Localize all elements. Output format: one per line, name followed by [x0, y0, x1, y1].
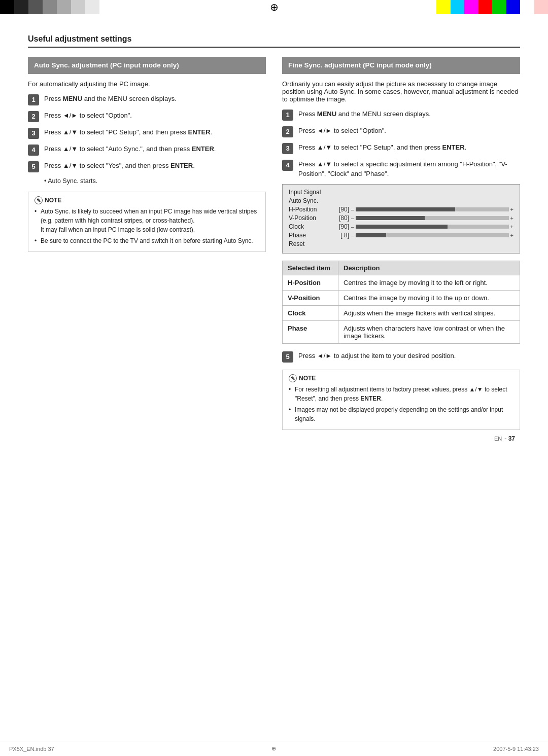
swatch-green	[492, 0, 506, 14]
table-desc-clock: Adjusts when the image flickers with ver…	[338, 305, 520, 320]
right-step-text-4: Press ▲/▼ to select a specific adjustmen…	[298, 159, 520, 179]
left-note-list: Auto Sync. is likely to succeed when an …	[35, 207, 259, 245]
footer-right: 2007-5-9 11:43:23	[493, 746, 539, 752]
note-icon-left: ✎	[35, 196, 43, 204]
table-row: Phase Adjusts when characters have low c…	[283, 320, 520, 343]
step-num-5: 5	[28, 161, 39, 172]
table-item-v-position: V-Position	[283, 290, 338, 305]
right-step-num-3: 3	[282, 143, 293, 154]
left-color-swatches	[0, 0, 112, 14]
osd-row-auto-sync: Auto Sync.	[289, 197, 513, 204]
swatch-mid	[28, 0, 43, 14]
table-row: H-Position Centres the image by moving i…	[283, 275, 520, 290]
footer-left: PX5X_EN.indb 37	[9, 746, 54, 752]
crosshair-icon: ⊕	[270, 1, 279, 13]
swatch-magenta	[464, 0, 478, 14]
page-number-dash: -	[504, 435, 506, 442]
step-text-2: Press ◄/► to select "Option".	[44, 111, 132, 121]
right-note-item-1: For resetting all adjustment items to fa…	[289, 385, 513, 403]
osd-row-reset: Reset	[289, 240, 513, 247]
swatch-yellow	[436, 0, 451, 14]
footer-bar: PX5X_EN.indb 37 ⊕ 2007-5-9 11:43:23	[0, 741, 548, 756]
right-color-swatches	[436, 0, 548, 14]
table-desc-v-position: Centres the image by moving it to the up…	[338, 290, 520, 305]
left-note-header: ✎ NOTE	[35, 196, 259, 204]
step5-sub: Auto Sync. starts.	[44, 177, 266, 185]
swatch-white	[85, 0, 99, 14]
step-num-1: 1	[28, 94, 39, 105]
right-intro: Ordinarily you can easily adjust the pic…	[282, 80, 520, 103]
left-step-5: 5 Press ▲/▼ to select "Yes", and then pr…	[28, 161, 266, 172]
left-note-item-1: Auto Sync. is likely to succeed when an …	[35, 207, 259, 234]
osd-row-v-position: V-Position [80] – +	[289, 214, 513, 222]
step-num-3: 3	[28, 128, 39, 139]
left-intro: For automatically adjusting the PC image…	[28, 80, 266, 88]
swatch-light	[43, 0, 57, 14]
right-note-header: ✎ NOTE	[289, 374, 513, 382]
right-step-text-5: Press ◄/► to adjust the item to your des…	[298, 351, 456, 361]
section-title: Useful adjustment settings	[28, 34, 520, 48]
left-box-header: Auto Sync. adjustment (PC input mode onl…	[28, 57, 266, 74]
table-row: Clock Adjusts when the image flickers wi…	[283, 305, 520, 320]
left-note-item-2: Be sure to connect the PC to the TV and …	[35, 236, 259, 245]
two-column-layout: Auto Sync. adjustment (PC input mode onl…	[28, 57, 520, 430]
table-item-phase: Phase	[283, 320, 338, 343]
right-step-num-5: 5	[282, 351, 293, 363]
swatch-pink	[534, 0, 549, 14]
step-text-5: Press ▲/▼ to select "Yes", and then pres…	[44, 161, 195, 171]
step-num-2: 2	[28, 111, 39, 122]
note-icon-right: ✎	[289, 374, 297, 382]
page-number: 37	[508, 435, 515, 442]
swatch-black	[0, 0, 14, 14]
right-step-5: 5 Press ◄/► to adjust the item to your d…	[282, 351, 520, 363]
right-note-section: ✎ NOTE For resetting all adjustment item…	[282, 370, 520, 430]
osd-row-clock: Clock [90] – +	[289, 223, 513, 230]
left-step-2: 2 Press ◄/► to select "Option".	[28, 111, 266, 122]
right-column: Fine Sync. adjustment (PC input mode onl…	[282, 57, 520, 430]
swatch-cyan	[451, 0, 465, 14]
swatch-lighter	[57, 0, 71, 14]
footer-crosshair: ⊕	[271, 745, 276, 752]
page-content: Useful adjustment settings Auto Sync. ad…	[0, 14, 548, 473]
swatch-lightest	[71, 0, 85, 14]
right-box-header: Fine Sync. adjustment (PC input mode onl…	[282, 57, 520, 74]
description-table: Selected item Description H-Position Cen…	[282, 261, 520, 344]
right-note-item-2: Images may not be displayed properly dep…	[289, 405, 513, 423]
table-desc-h-position: Centres the image by moving it to the le…	[338, 275, 520, 290]
table-item-h-position: H-Position	[283, 275, 338, 290]
page-number-area: EN - 37	[28, 435, 520, 442]
table-desc-phase: Adjusts when characters have low contras…	[338, 320, 520, 343]
osd-row-input-signal: Input Signal	[289, 189, 513, 196]
swatch-white2	[520, 0, 534, 14]
left-step-3: 3 Press ▲/▼ to select "PC Setup", and th…	[28, 127, 266, 139]
left-column: Auto Sync. adjustment (PC input mode onl…	[28, 57, 266, 430]
step-text-3: Press ▲/▼ to select "PC Setup", and then…	[44, 127, 212, 137]
swatch-blue	[506, 0, 521, 14]
right-step-3: 3 Press ▲/▼ to select "PC Setup", and th…	[282, 142, 520, 154]
right-step-text-2: Press ◄/► to select "Option".	[298, 126, 386, 136]
table-item-clock: Clock	[283, 305, 338, 320]
right-step-text-1: Press MENU and the MENU screen displays.	[298, 109, 431, 119]
en-label: EN	[494, 436, 502, 442]
left-step-1: 1 Press MENU and the MENU screen display…	[28, 94, 266, 105]
left-note-section: ✎ NOTE Auto Sync. is likely to succeed w…	[28, 192, 266, 252]
right-step-4: 4 Press ▲/▼ to select a specific adjustm…	[282, 159, 520, 179]
osd-row-h-position: H-Position [90] – +	[289, 206, 513, 213]
osd-row-phase: Phase [ 8] – +	[289, 232, 513, 239]
right-step-num-4: 4	[282, 160, 293, 171]
osd-screenshot: Input Signal Auto Sync. H-Position [90] …	[282, 184, 520, 254]
swatch-red	[478, 0, 493, 14]
step-text-1: Press MENU and the MENU screen displays.	[44, 94, 177, 104]
step-num-4: 4	[28, 145, 39, 156]
left-step-4: 4 Press ▲/▼ to select "Auto Sync.", and …	[28, 144, 266, 156]
table-row: V-Position Centres the image by moving i…	[283, 290, 520, 305]
right-step-num-2: 2	[282, 126, 293, 137]
table-col-selected: Selected item	[283, 261, 338, 275]
right-step-num-1: 1	[282, 110, 293, 121]
top-color-bar: ⊕	[0, 0, 548, 14]
right-step-2: 2 Press ◄/► to select "Option".	[282, 126, 520, 137]
crosshair-center: ⊕	[112, 0, 436, 14]
table-col-description: Description	[338, 261, 520, 275]
right-step-1: 1 Press MENU and the MENU screen display…	[282, 109, 520, 121]
right-note-list: For resetting all adjustment items to fa…	[289, 385, 513, 423]
